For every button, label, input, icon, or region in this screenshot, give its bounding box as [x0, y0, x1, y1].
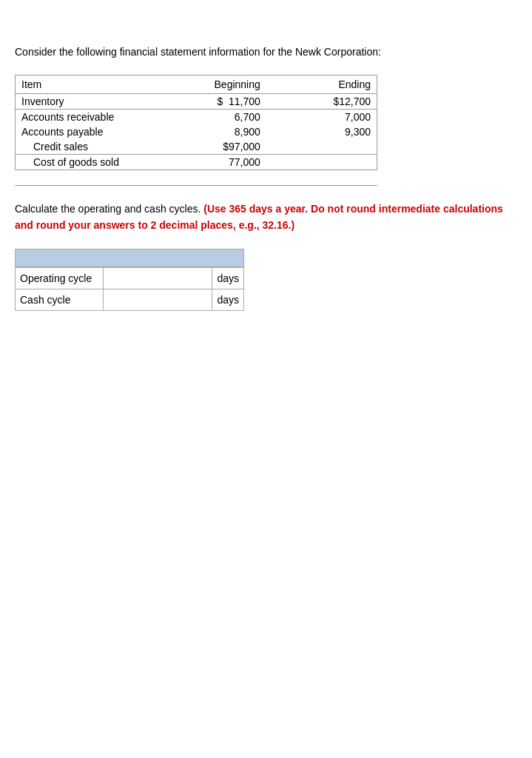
answer-row-cash-cycle: Cash cycle days [16, 289, 243, 310]
instructions-plain: Calculate the operating and cash cycles. [15, 203, 201, 215]
table-row: Accounts payable 8,900 9,300 [16, 124, 377, 139]
unit-operating-cycle: days [212, 267, 243, 289]
instructions: Calculate the operating and cash cycles.… [15, 201, 517, 234]
row-item-ap: Accounts payable [16, 124, 149, 139]
row-ending-cogs [266, 155, 377, 170]
input-cell-operating-cycle[interactable] [104, 267, 212, 289]
answer-table-header [16, 249, 243, 267]
table-row: Accounts receivable 6,700 7,000 [16, 110, 377, 125]
row-middle-credit-sales: $97,000 [148, 139, 266, 155]
financial-table: Item Beginning Ending Inventory $ 11,700… [15, 75, 377, 170]
answer-table: Operating cycle days Cash cycle days [16, 267, 243, 310]
row-middle-cogs: 77,000 [148, 155, 266, 170]
row-ending-inventory: $12,700 [266, 94, 377, 110]
intro-text: Consider the following financial stateme… [15, 44, 517, 60]
input-cell-cash-cycle[interactable] [104, 289, 212, 310]
row-item-cogs: Cost of goods sold [16, 155, 149, 170]
row-item-ar: Accounts receivable [16, 110, 149, 125]
row-beginning-ar: 6,700 [148, 110, 266, 125]
label-operating-cycle: Operating cycle [16, 267, 104, 289]
label-cash-cycle: Cash cycle [16, 289, 104, 310]
col-header-ending: Ending [266, 76, 377, 94]
row-ending-credit-sales [266, 139, 377, 155]
row-item-inventory: Inventory [16, 94, 149, 110]
row-beginning-ap: 8,900 [148, 124, 266, 139]
answer-row-operating-cycle: Operating cycle days [16, 267, 243, 289]
operating-cycle-input[interactable] [104, 268, 212, 289]
row-ending-ar: 7,000 [266, 110, 377, 125]
col-header-item: Item [16, 76, 149, 94]
cash-cycle-input[interactable] [104, 289, 212, 310]
table-row: Credit sales $97,000 [16, 139, 377, 155]
col-header-beginning: Beginning [148, 76, 266, 94]
table-row: Cost of goods sold 77,000 [16, 155, 377, 170]
unit-cash-cycle: days [212, 289, 243, 310]
row-beginning-inventory: $ 11,700 [148, 94, 266, 110]
row-ending-ap: 9,300 [266, 124, 377, 139]
row-item-credit-sales: Credit sales [16, 139, 149, 155]
table-divider [15, 185, 377, 186]
answer-table-container: Operating cycle days Cash cycle days [15, 249, 244, 311]
table-row: Inventory $ 11,700 $12,700 [16, 94, 377, 110]
